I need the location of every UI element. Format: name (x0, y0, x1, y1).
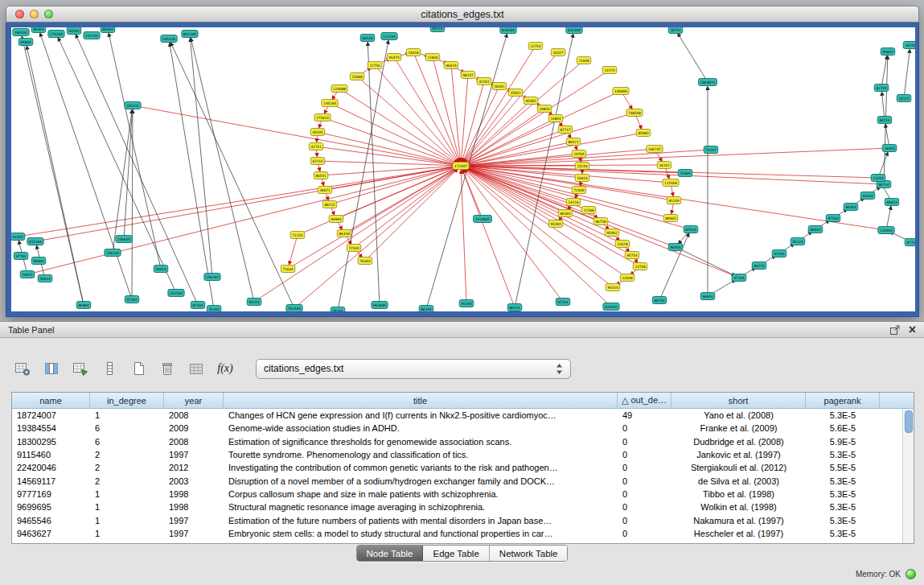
delete-icon[interactable] (156, 357, 179, 380)
graph-node[interactable]: 175814 (314, 114, 331, 122)
network-canvas[interactable]: 1844048630417920494204514704864049480420… (11, 27, 915, 311)
graph-node[interactable]: 86318 (337, 230, 351, 237)
graph-node[interactable]: 97304 (125, 296, 139, 303)
graph-node[interactable]: 95124 (791, 238, 805, 245)
graph-node[interactable]: 12648 (620, 274, 634, 282)
graph-node[interactable]: 86164 (558, 210, 573, 217)
graph-node[interactable]: 71254 (290, 232, 305, 239)
graph-node[interactable]: 261504 (168, 290, 184, 297)
graph-node[interactable]: 179204 (48, 31, 64, 38)
graph-node[interactable]: 76344 (358, 257, 372, 265)
graph-node[interactable]: 12678 (615, 241, 630, 248)
graph-node[interactable]: 96904 (31, 257, 46, 265)
new-file-icon[interactable] (127, 357, 150, 380)
graph-node[interactable]: 11654 (871, 175, 885, 182)
graph-node[interactable]: 87754 (905, 239, 915, 246)
graph-node[interactable]: 67215 (310, 158, 325, 165)
column-header-pagerank[interactable]: pagerank (806, 393, 880, 408)
graph-node[interactable]: 95834 (881, 48, 895, 56)
graph-node[interactable]: 95492 (605, 229, 619, 237)
table-row[interactable]: 1872400712008Changes of HCN gene express… (12, 409, 914, 422)
graph-node[interactable]: 89965 (663, 215, 678, 222)
graph-node[interactable]: 86404 (101, 27, 115, 33)
graph-node[interactable]: 72040 (572, 187, 586, 194)
network-window-titlebar[interactable]: citations_edges.txt (6, 6, 919, 23)
column-header-out_degree[interactable]: △ out_de… (618, 393, 671, 408)
graph-node[interactable]: 96844 (700, 293, 715, 300)
graph-node[interactable]: 12756 (368, 62, 382, 69)
table-scrollbar[interactable] (902, 409, 914, 543)
table-row[interactable]: 946362711997Embryonic stem cells: a mode… (12, 527, 914, 540)
graph-node[interactable]: 184404 (13, 29, 29, 36)
graph-node[interactable]: 95724 (430, 27, 445, 32)
table-row[interactable]: 977716911998Corpus callosum shape and si… (12, 488, 914, 501)
graph-node[interactable]: 16014 (575, 175, 589, 182)
graph-node[interactable]: 95394 (548, 220, 563, 228)
graph-node[interactable]: 86194 (419, 306, 433, 312)
edit-table-icon[interactable] (69, 357, 92, 380)
network-table-selector[interactable]: citations_edges.txt (256, 359, 571, 379)
graph-node[interactable]: 84653 (885, 199, 899, 206)
graph-node[interactable]: 14618 (406, 49, 421, 56)
graph-node[interactable]: 95754 (625, 252, 639, 259)
graph-node[interactable]: 86521 (566, 138, 581, 146)
column-header-in_degree[interactable]: in_degree (90, 393, 164, 408)
graph-node[interactable]: 79197 (704, 146, 718, 154)
graph-node[interactable]: 87914 (684, 226, 698, 233)
graph-node[interactable]: 97184 (732, 274, 746, 282)
column-header-year[interactable]: year (164, 393, 224, 408)
graph-node[interactable]: 15469 (678, 170, 692, 177)
graph-node[interactable]: 95581 (524, 97, 538, 105)
graph-node[interactable]: 30671 (318, 187, 332, 194)
graph-node[interactable]: 96534 (360, 35, 375, 42)
graph-node[interactable]: 149809 (613, 88, 629, 95)
table-row[interactable]: 969969511998Structural magnetic resonanc… (12, 501, 914, 513)
graph-node[interactable]: 59013 (38, 275, 52, 282)
graph-node[interactable]: 15051 (508, 89, 523, 97)
graph-node[interactable]: 94204 (67, 27, 81, 35)
graph-node[interactable]: 97444 (772, 250, 786, 257)
graph-node[interactable]: 761944 (286, 305, 302, 312)
graph-node[interactable]: 11048 (577, 57, 591, 64)
graph-node[interactable]: 814304 (566, 27, 582, 34)
graph-node[interactable]: 86344 (844, 204, 858, 211)
graph-node[interactable]: 86934 (808, 226, 823, 233)
graph-node[interactable]: 59014 (154, 266, 168, 273)
graph-node[interactable]: 95434 (860, 192, 875, 200)
graph-node[interactable]: 71634 (281, 266, 295, 273)
graph-node[interactable]: 97264 (556, 299, 570, 306)
graph-node[interactable]: 86531 (314, 172, 328, 179)
graph-node[interactable]: 250605 (116, 236, 132, 243)
graph-node[interactable]: 98137 (461, 72, 475, 79)
graph-node[interactable]: 205310 (161, 35, 177, 43)
graph-node[interactable]: 97704 (14, 253, 28, 260)
table-row[interactable]: 1456911722003Disruption of a novel membe… (12, 474, 914, 487)
graph-node[interactable]: 96619 (444, 62, 458, 69)
graph-node[interactable]: 85083 (636, 130, 651, 137)
graph-node[interactable]: 86304 (31, 27, 46, 33)
graph-node[interactable]: 1864874 (699, 79, 717, 86)
graph-node[interactable]: 961844 (372, 302, 388, 309)
graph-node[interactable]: 861304 (182, 31, 198, 38)
graph-node[interactable]: 32201 (477, 78, 491, 85)
graph-node[interactable]: 14704 (572, 150, 586, 158)
graph-node[interactable]: 514704 (84, 32, 100, 39)
graph-node[interactable]: 10327 (551, 49, 565, 56)
graph-node[interactable]: 224088 (331, 85, 347, 93)
graph-node[interactable]: 11834 (425, 54, 440, 61)
graph-node[interactable]: 96454 (668, 244, 683, 251)
zoom-window-button[interactable] (44, 10, 53, 19)
tab-edge-table[interactable]: Edge Table (423, 546, 489, 561)
table-settings-icon[interactable] (11, 357, 34, 380)
graph-node[interactable]: 84254 (877, 117, 892, 124)
table-row[interactable]: 1830029562008Estimation of significance … (12, 435, 914, 448)
close-panel-icon[interactable]: × (909, 324, 916, 336)
table-scrollbar-thumb[interactable] (905, 410, 913, 433)
graph-node[interactable]: 18741 (668, 27, 683, 34)
graph-node[interactable]: 18740 (903, 42, 915, 49)
graph-node[interactable]: 97544 (826, 215, 840, 222)
graph-node[interactable]: 19859 (537, 105, 552, 113)
graph-node[interactable]: 16142 (657, 162, 671, 169)
graph-node[interactable]: 1914845 (474, 216, 492, 223)
graph-node[interactable]: 95149 (667, 197, 681, 204)
